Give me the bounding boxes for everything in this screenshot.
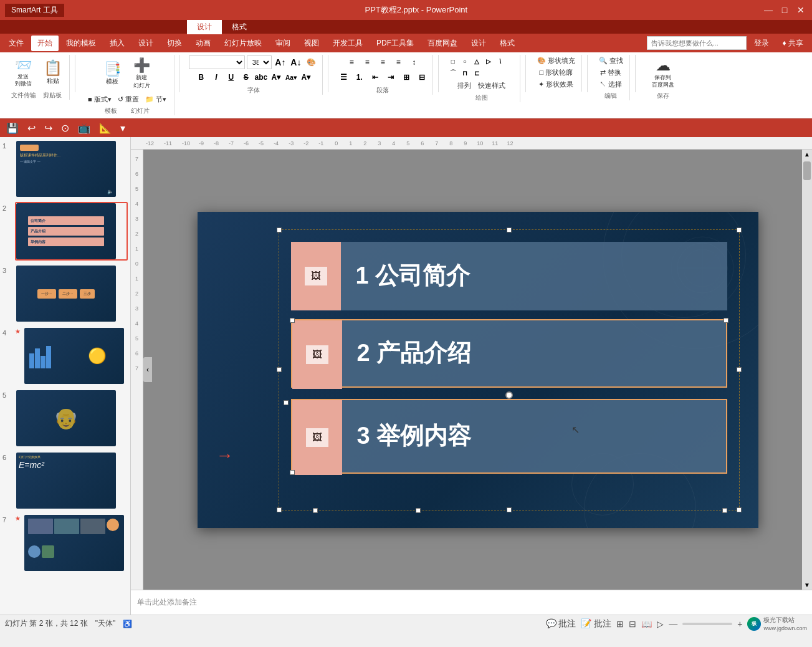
shape-effect-btn[interactable]: ✦ 形状效果	[536, 79, 576, 90]
menu-review[interactable]: 审阅	[269, 36, 297, 51]
arrange-btn[interactable]: 排列	[455, 80, 474, 92]
handle-ml[interactable]	[277, 367, 282, 372]
slide-thumb-6[interactable]: 6 幻灯片切换效果 E=mc²	[2, 451, 128, 510]
line-spacing-btn[interactable]: ↕	[407, 55, 421, 69]
menu-pdftools[interactable]: PDF工具集	[370, 36, 420, 51]
font-family-select[interactable]	[189, 55, 245, 69]
handle-mr[interactable]	[737, 367, 742, 372]
bullets-btn[interactable]: ☰	[337, 70, 351, 84]
justify-btn[interactable]: ≡	[391, 55, 405, 69]
slide-canvas[interactable]: 🖼 1 公司简介 🖼 2 产品介绍	[198, 212, 758, 528]
menu-smartart-design[interactable]: 设计	[465, 36, 492, 51]
handle-bl-3[interactable]	[290, 470, 295, 475]
dark-box-1[interactable]: 1 公司简介	[341, 242, 727, 310]
align-right-btn[interactable]: ≡	[376, 55, 389, 69]
handle-tl[interactable]	[277, 228, 282, 232]
bold-btn[interactable]: B	[194, 70, 208, 84]
select-btn[interactable]: ↖ 选择	[597, 79, 624, 90]
handle-tr[interactable]	[737, 228, 742, 232]
pink-box-1[interactable]: 🖼	[291, 242, 341, 310]
handle-bm[interactable]	[507, 507, 512, 512]
handle-bl[interactable]	[277, 507, 282, 512]
canvas-area[interactable]: 7 6 5 4 3 2 1 0 1 2 3 4 5 6 7 ‹	[131, 150, 812, 590]
menu-insert[interactable]: 插入	[103, 36, 131, 51]
dark-box-3[interactable]: 3 举例内容	[342, 400, 726, 472]
redo-btn[interactable]: ↪	[42, 121, 55, 135]
underline-btn[interactable]: U	[224, 70, 238, 84]
more-btn[interactable]: ▾	[118, 121, 128, 135]
align-left-btn[interactable]: ≡	[345, 55, 358, 69]
pink-box-2[interactable]: 🖼	[292, 320, 342, 389]
section-btn[interactable]: 📁 节▾	[143, 93, 169, 105]
indent-increase-btn[interactable]: ⇥	[384, 70, 398, 84]
slide-thumb-4[interactable]: 4 ★ 🟡	[2, 327, 128, 385]
shadow-btn[interactable]: abc	[254, 70, 268, 84]
slide-thumb-2[interactable]: 2 公司简介 产品介绍 举例内容	[2, 202, 128, 261]
menu-animation[interactable]: 动画	[189, 36, 217, 51]
ruler-btn[interactable]: 📐	[97, 121, 114, 135]
smartart-design-tab[interactable]: 设计	[187, 20, 222, 34]
menu-slideshow[interactable]: 幻灯片放映	[218, 36, 268, 51]
find-btn[interactable]: 🔍 查找	[596, 55, 626, 67]
search-input[interactable]	[647, 36, 747, 50]
zoom-in-btn[interactable]: +	[737, 619, 742, 629]
shape-outline-btn[interactable]: □ 形状轮廓	[537, 67, 576, 79]
send-to-wechat-btn[interactable]: 📨 发送到微信	[7, 55, 39, 89]
slideshow-btn[interactable]: ▷	[657, 619, 664, 629]
slide-thumb-1[interactable]: 1 版权课件精品系列样作... — 编辑文字 — 🔈	[2, 140, 128, 198]
case-btn[interactable]: Aa▾	[284, 70, 298, 84]
menu-smartart-format[interactable]: 格式	[494, 36, 521, 51]
notes-area[interactable]: 单击此处添加备注	[131, 590, 812, 615]
menu-view[interactable]: 视图	[298, 36, 325, 51]
shape-fill-btn[interactable]: 🎨 形状填充	[535, 55, 578, 67]
menu-home[interactable]: 开始	[31, 36, 59, 51]
font-color-btn[interactable]: A▾	[269, 70, 283, 84]
menu-transition[interactable]: 切换	[161, 36, 188, 51]
align-center-btn[interactable]: ≡	[360, 55, 374, 69]
minimize-btn[interactable]: —	[762, 4, 775, 16]
handle-br[interactable]	[737, 507, 742, 512]
login-btn[interactable]: 登录	[748, 36, 775, 51]
zoom-out-btn[interactable]: —	[669, 619, 677, 629]
accessibility-icon[interactable]: ♿	[123, 620, 132, 628]
font-increase-btn[interactable]: A↑	[274, 55, 287, 69]
font-color-clear-btn[interactable]: 🎨	[305, 55, 318, 69]
menu-file[interactable]: 文件	[2, 36, 30, 51]
zoom-slider[interactable]	[682, 623, 732, 625]
layout-btn[interactable]: ■ 版式▾	[85, 93, 114, 105]
replace-btn[interactable]: ⇄ 替换	[598, 67, 624, 79]
slide-thumb-5[interactable]: 5 👴	[2, 389, 128, 448]
new-slide-btn[interactable]: ➕ 新建幻灯片	[128, 55, 155, 92]
comments-btn[interactable]: 💬 批注	[546, 618, 576, 630]
handle-left-3[interactable]	[284, 400, 289, 405]
reading-view-btn[interactable]: 📖	[641, 619, 652, 629]
menu-developer[interactable]: 开发工具	[327, 36, 369, 51]
normal-view-btn[interactable]: ⊞	[616, 619, 624, 629]
record-btn[interactable]: ⊙	[59, 121, 72, 135]
pink-box-3[interactable]: 🖼	[292, 400, 342, 475]
font-size-select[interactable]: 38	[247, 55, 272, 69]
smartart-convert-btn[interactable]: ⊟	[415, 70, 429, 84]
strikethrough-btn[interactable]: S	[239, 70, 253, 84]
numbering-btn[interactable]: 1.	[353, 70, 366, 84]
paste-btn[interactable]: 📋 粘贴	[41, 57, 65, 87]
indent-decrease-btn[interactable]: ⇤	[368, 70, 382, 84]
menu-design[interactable]: 设计	[132, 36, 160, 51]
dark-box-2[interactable]: 2 产品介绍	[342, 320, 726, 386]
smartart-row-3[interactable]: 🖼 3 举例内容	[291, 399, 727, 474]
menu-baidudisk[interactable]: 百度网盘	[421, 36, 464, 51]
save-to-baidu-btn[interactable]: ☁ 保存到百度网盘	[644, 55, 682, 90]
undo-btn[interactable]: ↩	[25, 121, 38, 135]
share-btn[interactable]: ♦ 共享	[776, 36, 810, 51]
slideshow-btn[interactable]: 📺	[75, 121, 93, 135]
menu-mytemplate[interactable]: 我的模板	[60, 36, 102, 51]
quick-style-btn[interactable]: 快速样式	[475, 80, 508, 92]
reset-btn[interactable]: ↺ 重置	[115, 93, 141, 105]
handle-tm[interactable]	[507, 228, 512, 232]
smartart-row-1[interactable]: 🖼 1 公司简介	[291, 242, 727, 310]
rotate-handle-2[interactable]	[505, 391, 513, 399]
italic-btn[interactable]: I	[209, 70, 223, 84]
slide-thumb-7[interactable]: 7 ★	[2, 514, 128, 572]
notes-btn[interactable]: 📝 批注	[581, 618, 611, 630]
close-btn[interactable]: ✕	[795, 4, 807, 16]
